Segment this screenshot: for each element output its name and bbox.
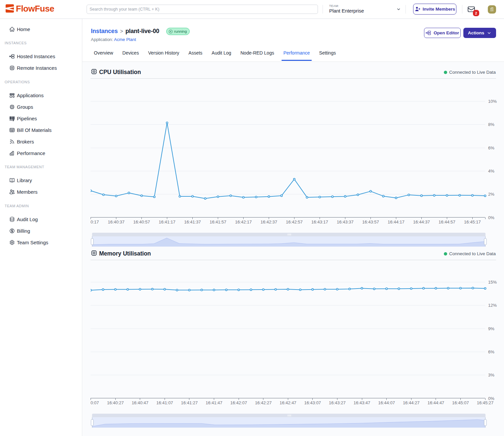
svg-text:16:41:57: 16:41:57 (210, 219, 226, 224)
svg-text:4%: 4% (488, 169, 494, 174)
svg-text:16:44:57: 16:44:57 (439, 219, 455, 224)
svg-text:16:41:37: 16:41:37 (184, 219, 201, 224)
svg-text:16:40:37: 16:40:37 (108, 219, 125, 224)
svg-text:16:41:17: 16:41:17 (159, 219, 175, 224)
svg-text:16:42:37: 16:42:37 (260, 219, 277, 224)
svg-text:6%: 6% (488, 349, 494, 354)
svg-text:16:42:57: 16:42:57 (286, 219, 303, 224)
svg-text:0:17: 0:17 (91, 219, 99, 224)
svg-text:16:45:07: 16:45:07 (452, 400, 469, 405)
svg-text:16:44:27: 16:44:27 (403, 400, 420, 405)
svg-text:16:41:07: 16:41:07 (156, 400, 173, 405)
svg-text:0:07: 0:07 (91, 400, 99, 405)
svg-text:16:43:27: 16:43:27 (329, 400, 346, 405)
svg-text:6%: 6% (488, 145, 494, 150)
svg-text:16:44:17: 16:44:17 (388, 219, 405, 224)
svg-text:0%: 0% (488, 215, 494, 220)
svg-text:16:44:37: 16:44:37 (413, 219, 430, 224)
svg-text:16:40:47: 16:40:47 (132, 400, 148, 405)
svg-text:16:40:57: 16:40:57 (133, 219, 150, 224)
svg-text:16:43:17: 16:43:17 (311, 219, 328, 224)
svg-text:16:42:47: 16:42:47 (280, 400, 296, 405)
svg-text:15%: 15% (488, 280, 497, 285)
svg-text:16:41:27: 16:41:27 (181, 400, 198, 405)
svg-text:16:43:07: 16:43:07 (304, 400, 321, 405)
svg-text:16:44:47: 16:44:47 (427, 400, 444, 405)
svg-text:16:41:47: 16:41:47 (206, 400, 222, 405)
svg-text:16:45:17: 16:45:17 (464, 219, 481, 224)
svg-text:16:40:27: 16:40:27 (107, 400, 124, 405)
svg-text:16:42:17: 16:42:17 (235, 219, 252, 224)
svg-text:9%: 9% (488, 326, 494, 331)
svg-text:2%: 2% (488, 192, 494, 197)
svg-text:16:43:57: 16:43:57 (362, 219, 379, 224)
svg-text:16:43:37: 16:43:37 (337, 219, 354, 224)
svg-text:12%: 12% (488, 303, 497, 308)
svg-text:16:45:27: 16:45:27 (477, 400, 494, 405)
svg-text:16:42:27: 16:42:27 (255, 400, 272, 405)
svg-text:16:44:07: 16:44:07 (378, 400, 395, 405)
svg-text:8%: 8% (488, 122, 494, 127)
svg-text:3%: 3% (488, 373, 494, 377)
svg-text:16:43:47: 16:43:47 (354, 400, 370, 405)
svg-text:10%: 10% (488, 99, 497, 104)
svg-text:16:42:07: 16:42:07 (230, 400, 247, 405)
